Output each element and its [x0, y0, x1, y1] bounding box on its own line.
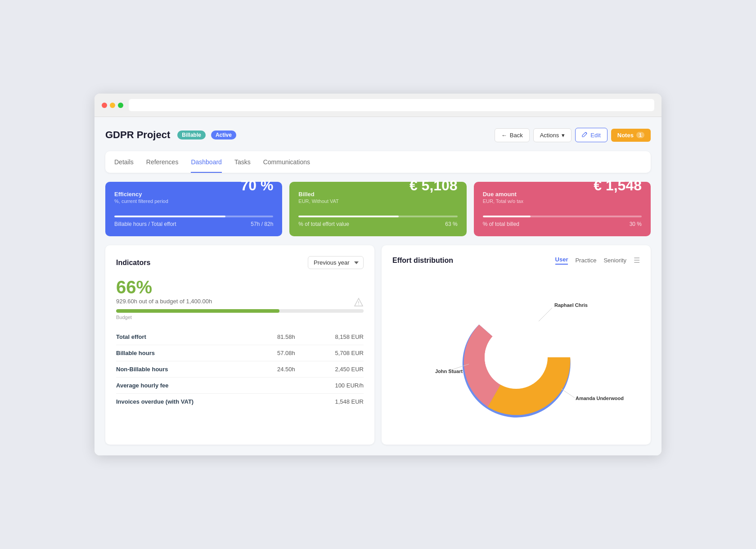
metric-col3: 5,708 EUR: [295, 345, 364, 361]
amanda-line: [561, 389, 575, 398]
tab-references[interactable]: References: [146, 158, 179, 173]
due-label: Due amount: [483, 191, 523, 198]
metrics-table: Total effort 81.58h 8,158 EUR Billable h…: [116, 329, 364, 410]
metric-col3: 8,158 EUR: [295, 329, 364, 345]
efficiency-label: Efficiency: [114, 191, 168, 198]
efficiency-progress-fill: [114, 216, 225, 217]
billed-card: Billed EUR, Without VAT € 5,108 % of tot…: [289, 182, 466, 236]
nav-tabs: Details References Dashboard Tasks Commu…: [105, 151, 651, 173]
maximize-icon[interactable]: [118, 103, 123, 108]
indicators-card: Indicators Previous year Current year La…: [105, 245, 374, 445]
effort-card: Effort distribution User Practice Senior…: [382, 245, 651, 445]
back-button[interactable]: ← Back: [495, 128, 530, 142]
badge-billable: Billable: [177, 130, 206, 140]
bottom-grid: Indicators Previous year Current year La…: [105, 245, 651, 445]
billed-value: € 5,108: [410, 178, 458, 193]
chevron-down-icon: ▾: [562, 132, 565, 139]
edit-label: Edit: [590, 132, 600, 139]
period-select[interactable]: Previous year Current year Last 3 months…: [308, 256, 364, 269]
address-bar[interactable]: [129, 99, 654, 111]
due-progress: [483, 216, 642, 217]
metric-col3: 100 EUR/h: [295, 378, 364, 394]
raphael-label: Raphael Chris: [554, 302, 588, 308]
due-footer: % of total billed 30 %: [483, 221, 642, 227]
due-sublabel: EUR, Total w/o tax: [483, 198, 523, 204]
billed-progress: [298, 216, 457, 217]
billed-sublabel: EUR, Without VAT: [298, 198, 338, 204]
due-value: € 1,548: [594, 178, 642, 193]
metric-label: Invoices overdue (with VAT): [116, 394, 252, 410]
stats-grid: Efficiency %, current filtered period 70…: [105, 182, 651, 236]
tab-practice[interactable]: Practice: [575, 257, 596, 264]
effort-tabs: User Practice Seniority: [555, 256, 626, 265]
close-icon[interactable]: [102, 103, 107, 108]
table-row: Average hourly fee 100 EUR/h: [116, 378, 364, 394]
efficiency-value: 70 %: [240, 178, 273, 193]
budget-section: 66% 929.60h out of a budget of 1,400.00h…: [116, 278, 364, 320]
tab-dashboard[interactable]: Dashboard: [191, 158, 222, 173]
tab-seniority[interactable]: Seniority: [603, 257, 626, 264]
effort-header: Effort distribution User Practice Senior…: [392, 256, 640, 265]
efficiency-footer-right: 57h / 82h: [251, 221, 273, 227]
header-actions: ← Back Actions ▾ Edit: [495, 128, 651, 142]
amanda-label: Amanda Underwood: [576, 396, 624, 401]
table-row: Billable hours 57.08h 5,708 EUR: [116, 345, 364, 361]
minimize-icon[interactable]: [110, 103, 115, 108]
billed-footer-left: % of total effort value: [298, 221, 349, 227]
browser-chrome: [94, 94, 662, 117]
effort-header-right: User Practice Seniority ☰: [555, 256, 640, 265]
table-row: Non-Billable hours 24.50h 2,450 EUR: [116, 361, 364, 378]
budget-progress: [116, 309, 364, 313]
metric-label: Total effort: [116, 329, 252, 345]
tab-user[interactable]: User: [555, 256, 568, 265]
metric-label: Non-Billable hours: [116, 361, 252, 378]
efficiency-footer-left: Billable hours / Total effort: [114, 221, 176, 227]
metric-col2: 81.58h: [252, 329, 295, 345]
billed-footer: % of total effort value 63 %: [298, 221, 457, 227]
donut-hole3: [485, 326, 548, 389]
donut-container: Raphael Chris John Stuart Amanda Underwo…: [392, 272, 640, 434]
due-progress-fill: [483, 216, 531, 217]
back-arrow-icon: ←: [501, 132, 507, 139]
browser-window: GDPR Project Billable Active ← Back Acti…: [94, 94, 662, 455]
due-footer-left: % of total billed: [483, 221, 519, 227]
page-title: GDPR Project: [105, 129, 170, 141]
budget-label: Budget: [116, 315, 364, 320]
svg-point-1: [358, 304, 359, 305]
metric-col2: 57.08h: [252, 345, 295, 361]
warning-icon: [354, 297, 364, 310]
tabs-card: Details References Dashboard Tasks Commu…: [105, 151, 651, 173]
metric-col2: [252, 394, 295, 410]
page-header: GDPR Project Billable Active ← Back Acti…: [105, 128, 651, 142]
notes-button[interactable]: Notes 1: [611, 129, 651, 142]
metric-col3: 1,548 EUR: [295, 394, 364, 410]
metric-col3: 2,450 EUR: [295, 361, 364, 378]
budget-progress-fill: [116, 309, 279, 313]
notes-count: 1: [636, 132, 644, 138]
tab-communications[interactable]: Communications: [263, 158, 310, 173]
due-card: Due amount EUR, Total w/o tax € 1,548 % …: [474, 182, 651, 236]
effort-title: Effort distribution: [392, 256, 453, 265]
metric-col2: 24.50h: [252, 361, 295, 378]
tab-details[interactable]: Details: [114, 158, 134, 173]
raphael-line: [539, 308, 552, 321]
badge-active: Active: [211, 130, 236, 140]
actions-label: Actions: [540, 132, 559, 139]
table-row: Total effort 81.58h 8,158 EUR: [116, 329, 364, 345]
edit-icon: [582, 131, 588, 139]
metric-label: Billable hours: [116, 345, 252, 361]
john-label: John Stuart: [435, 369, 463, 374]
big-percent: 66%: [116, 278, 364, 296]
billed-label: Billed: [298, 191, 338, 198]
indicators-header: Indicators Previous year Current year La…: [116, 256, 364, 269]
table-row: Invoices overdue (with VAT) 1,548 EUR: [116, 394, 364, 410]
tab-tasks[interactable]: Tasks: [234, 158, 251, 173]
due-footer-right: 30 %: [630, 221, 642, 227]
billed-footer-right: 63 %: [445, 221, 457, 227]
app-content: GDPR Project Billable Active ← Back Acti…: [94, 117, 662, 455]
menu-icon[interactable]: ☰: [634, 256, 640, 265]
edit-button[interactable]: Edit: [575, 128, 607, 142]
actions-button[interactable]: Actions ▾: [533, 128, 572, 142]
efficiency-footer: Billable hours / Total effort 57h / 82h: [114, 221, 273, 227]
traffic-lights: [102, 103, 123, 108]
